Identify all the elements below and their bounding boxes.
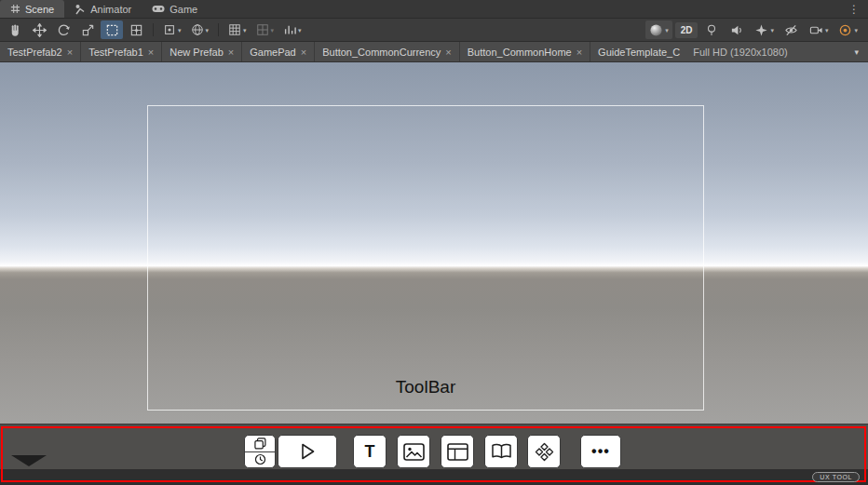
unity-editor-window: Scene Animator Game ⋮ — [0, 0, 868, 485]
camera-settings-dropdown[interactable]: ▾ — [806, 20, 833, 39]
close-icon[interactable]: × — [67, 47, 73, 58]
scale-icon — [81, 23, 95, 37]
eye-off-icon — [784, 23, 798, 37]
more-options-button[interactable]: ••• — [580, 435, 621, 468]
transform-tool-button[interactable] — [125, 20, 147, 39]
scale-tool-button[interactable] — [76, 20, 99, 39]
prefab-tab-bar: TestPrefab2 × TestPrefab1 × New Prefab ×… — [0, 42, 868, 62]
scene-toolbar: ▾ ▾ ▾ ▾ ▾ — [0, 19, 868, 42]
play-icon — [300, 442, 316, 461]
move-tool-button[interactable] — [28, 20, 50, 39]
prefab-tab-label: New Prefab — [170, 47, 223, 58]
prefab-tab-label: TestPrefab2 — [7, 47, 62, 58]
close-icon[interactable]: × — [228, 47, 234, 58]
prefab-tab[interactable]: New Prefab × — [162, 42, 242, 61]
close-icon[interactable]: × — [445, 47, 451, 58]
scene-audio-toggle[interactable] — [726, 20, 748, 39]
prefab-tab-label: Button_CommonHome — [468, 47, 572, 58]
increment-bars-icon — [283, 23, 296, 36]
chevron-down-icon: ▾ — [206, 27, 210, 34]
prefab-tab[interactable]: TestPrefab2 × — [0, 42, 81, 61]
tab-animator[interactable]: Animator — [64, 0, 142, 18]
image-icon — [403, 443, 425, 461]
hidden-objects-toggle[interactable] — [780, 20, 803, 39]
effects-star-icon — [754, 23, 768, 37]
pivot-icon — [163, 23, 176, 36]
handle-orientation-dropdown[interactable]: ▾ — [187, 20, 213, 39]
window-history-button-stack — [244, 435, 276, 468]
move-icon — [33, 23, 47, 37]
gizmo-target-icon — [838, 23, 852, 37]
more-dots-icon: ••• — [591, 443, 610, 460]
prefab-tab-label: TestPrefab1 — [88, 47, 143, 58]
rect-tool-button[interactable] — [101, 20, 123, 39]
snap-increment-dropdown[interactable]: ▾ — [279, 20, 305, 39]
close-icon[interactable]: × — [148, 47, 154, 58]
tab-scene[interactable]: Scene — [0, 0, 64, 18]
prefab-tab-label: GamePad — [250, 47, 296, 58]
grid-snap-dropdown[interactable]: ▾ — [224, 20, 251, 39]
light-bulb-icon — [705, 23, 718, 36]
text-tool-button[interactable]: T — [353, 435, 387, 468]
overflow-icon: ⋮ — [848, 3, 860, 16]
panel-tool-button[interactable] — [441, 435, 474, 468]
scene-viewport[interactable]: ToolBar — [0, 62, 868, 424]
resolution-dropdown[interactable]: Full HD (1920x1080) — [687, 47, 792, 58]
snap-move-dropdown[interactable]: ▾ — [252, 20, 278, 39]
hand-icon — [8, 23, 22, 37]
chevron-down-icon: ▾ — [271, 27, 275, 34]
close-icon[interactable]: × — [301, 47, 306, 58]
ux-toolbar-footer — [0, 469, 868, 485]
book-tool-button[interactable] — [484, 435, 518, 468]
chevron-down-icon: ▾ — [243, 27, 247, 34]
chevron-down-icon: ▾ — [178, 27, 182, 34]
tab-game-label: Game — [170, 4, 197, 15]
chevron-down-icon: ▾ — [298, 27, 302, 34]
chevron-down-icon: ▾ — [825, 27, 829, 34]
prefab-tab[interactable]: GuideTemplate_C — [590, 42, 687, 61]
toolbar-gameobject-label[interactable]: ToolBar — [147, 377, 704, 397]
gizmos-dropdown[interactable]: ▾ — [834, 20, 861, 39]
animator-icon — [75, 4, 86, 15]
window-tab-bar: Scene Animator Game ⋮ — [0, 0, 868, 19]
prefab-tab-label: GuideTemplate_C — [598, 47, 680, 58]
image-tool-button[interactable] — [397, 435, 430, 468]
tab-animator-label: Animator — [90, 4, 131, 15]
pattern-tool-button[interactable] — [527, 435, 561, 468]
chevron-down-icon: ▾ — [665, 27, 669, 34]
ux-tool-badge: UX TOOL — [812, 472, 860, 482]
prefab-tab[interactable]: TestPrefab1 × — [81, 42, 162, 61]
ux-toolbar-panel: T — [0, 424, 868, 485]
scene-grid-icon — [10, 4, 20, 14]
windows-stack-button[interactable] — [245, 436, 275, 451]
play-button[interactable] — [278, 435, 337, 468]
2d-mode-toggle[interactable]: 2D — [675, 22, 698, 38]
tab-scene-label: Scene — [25, 4, 54, 15]
resolution-chevron-down-icon[interactable]: ▾ — [845, 47, 868, 57]
prefab-tab-label: Button_CommonCurrency — [322, 47, 441, 58]
hand-tool-button[interactable] — [4, 20, 26, 39]
history-button[interactable] — [245, 451, 275, 468]
toolbar-separator — [153, 23, 154, 36]
grid-icon — [228, 23, 241, 36]
scene-lighting-toggle[interactable] — [700, 20, 723, 39]
collapse-panel-handle[interactable] — [11, 455, 47, 466]
prefab-tab[interactable]: GamePad × — [242, 42, 315, 61]
pivot-mode-dropdown[interactable]: ▾ — [159, 20, 185, 39]
shading-mode-dropdown[interactable]: ▾ — [645, 20, 672, 39]
diamond-pattern-icon — [535, 442, 554, 462]
prefab-tab[interactable]: Button_CommonCurrency × — [315, 42, 460, 61]
rotate-icon — [57, 23, 71, 37]
open-book-icon — [491, 443, 512, 460]
effects-dropdown[interactable]: ▾ — [751, 20, 778, 39]
close-icon[interactable]: × — [576, 47, 582, 58]
globe-icon — [191, 23, 204, 36]
prefab-tab[interactable]: Button_CommonHome × — [460, 42, 590, 61]
text-icon: T — [365, 443, 375, 460]
tab-game[interactable]: Game — [142, 0, 208, 18]
transform-icon — [129, 23, 143, 37]
chevron-down-icon: ▾ — [854, 27, 858, 34]
ux-toolbar-buttons: T — [244, 435, 621, 468]
tab-overflow-menu[interactable]: ⋮ — [840, 0, 868, 18]
rotate-tool-button[interactable] — [52, 20, 75, 39]
